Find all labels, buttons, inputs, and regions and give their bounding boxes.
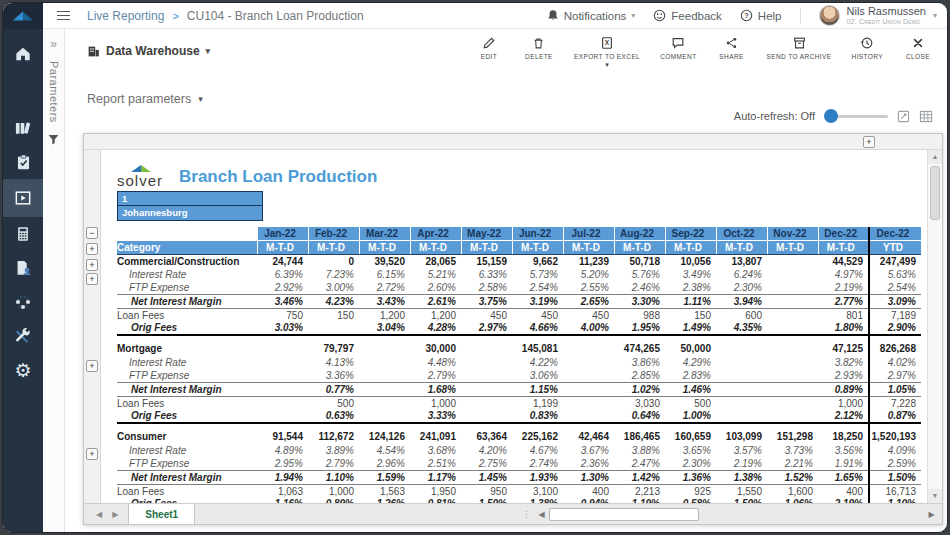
- history-button[interactable]: HISTORY: [852, 36, 883, 60]
- value-cell: 0.89%: [818, 383, 869, 397]
- horizontal-scrollbar[interactable]: ⋮ ◀ ▶: [522, 504, 942, 524]
- month-column-header: Sep-22: [665, 227, 716, 241]
- scrollbar-grip[interactable]: ⋮: [522, 509, 534, 519]
- scroll-up-icon[interactable]: ▲: [928, 150, 942, 164]
- table-row: Commercial/Construction24,744039,52028,0…: [117, 254, 921, 268]
- value-cell: [359, 410, 410, 424]
- value-cell: 79,797: [308, 342, 359, 356]
- open-in-designer-icon[interactable]: [897, 110, 910, 123]
- value-cell: 44,529: [818, 254, 869, 268]
- notifications-button[interactable]: Notifications ▾: [547, 9, 636, 22]
- value-cell: 1,063: [257, 484, 308, 498]
- row-label-cell: Consumer: [117, 430, 257, 444]
- scroll-right-icon[interactable]: ▶: [927, 510, 942, 519]
- sidebar-item-collaboration[interactable]: [3, 251, 43, 285]
- sidebar-item-archive[interactable]: [3, 111, 43, 145]
- value-cell: 4.89%: [257, 444, 308, 458]
- gear-icon: ⚙: [14, 361, 31, 380]
- feedback-button[interactable]: Feedback: [653, 9, 722, 22]
- branch-name-cell: Johannesburg: [118, 206, 262, 220]
- scroll-left-icon[interactable]: ◀: [534, 510, 549, 519]
- close-button[interactable]: CLOSE: [903, 36, 933, 60]
- row-group-expand-button[interactable]: +: [86, 243, 98, 255]
- row-group-expand-button[interactable]: +: [86, 360, 98, 372]
- bell-icon: [547, 9, 559, 22]
- value-cell: 4.22%: [512, 356, 563, 370]
- sidebar-item-tools[interactable]: [3, 319, 43, 353]
- left-sidebar: ⚙: [3, 29, 43, 533]
- sidebar-item-settings[interactable]: ⚙: [3, 353, 43, 387]
- comment-button[interactable]: COMMENT: [660, 36, 696, 60]
- spacer-cell: [869, 335, 921, 342]
- value-cell: 1.80%: [818, 322, 869, 336]
- value-cell: 1,000: [410, 396, 461, 410]
- share-button[interactable]: SHARE: [717, 36, 747, 60]
- value-cell: 400: [563, 484, 614, 498]
- horizontal-scroll-track[interactable]: [699, 508, 927, 521]
- slider-knob[interactable]: [824, 109, 838, 123]
- smiley-icon: [653, 9, 666, 22]
- expand-panel-icon[interactable]: »: [50, 37, 57, 51]
- category-column-header: Category: [117, 241, 257, 255]
- spacer-cell: [869, 423, 921, 430]
- value-cell: [359, 369, 410, 383]
- sheet-nav-right-icon[interactable]: ▶: [112, 510, 118, 519]
- sidebar-item-reporting[interactable]: [3, 179, 43, 217]
- document-user-icon: [13, 258, 33, 278]
- auto-refresh-slider[interactable]: [824, 109, 888, 123]
- value-cell: 2.51%: [410, 457, 461, 471]
- row-group-collapse-button[interactable]: −: [86, 227, 98, 239]
- value-cell: 13,807: [716, 254, 767, 268]
- send-to-archive-button[interactable]: SEND TO ARCHIVE: [767, 36, 832, 60]
- report-parameter-cells: 1 Johannesburg: [117, 191, 263, 221]
- value-cell: 4.66%: [512, 322, 563, 336]
- value-cell: 2.95%: [257, 457, 308, 471]
- value-cell: 50,718: [614, 254, 665, 268]
- archive-box-icon: [792, 36, 807, 50]
- sidebar-item-process[interactable]: [3, 285, 43, 319]
- user-name: Nils Rasmussen: [847, 6, 926, 17]
- value-cell: 1.02%: [614, 383, 665, 397]
- table-row: Interest Rate6.39%7.23%6.15%5.21%6.33%5.…: [117, 268, 921, 282]
- sheet-nav-left-icon[interactable]: ◀: [96, 510, 102, 519]
- horizontal-scroll-thumb[interactable]: [549, 508, 699, 521]
- parameters-rail-label[interactable]: Parameters: [48, 61, 60, 123]
- value-cell: 2.55%: [563, 281, 614, 295]
- row-label-cell: Orig Fees: [117, 322, 257, 336]
- delete-button[interactable]: DELETE: [524, 36, 554, 60]
- value-cell: 3.56%: [818, 444, 869, 458]
- grid-view-icon[interactable]: [919, 110, 933, 123]
- vertical-scroll-thumb[interactable]: [930, 166, 940, 220]
- menu-icon[interactable]: [49, 3, 79, 29]
- value-cell: 11,239: [563, 254, 614, 268]
- scroll-down-icon[interactable]: ▼: [928, 489, 942, 503]
- value-cell: 3.19%: [512, 295, 563, 309]
- value-cell: 241,091: [410, 430, 461, 444]
- data-source-select[interactable]: Data Warehouse ▾: [87, 44, 210, 58]
- report-parameters-toggle[interactable]: Report parameters ▾: [87, 92, 203, 106]
- user-menu[interactable]: Nils Rasmussen 02. Credit Union Demo ▾: [819, 5, 937, 26]
- row-label-cell: Mortgage: [117, 342, 257, 356]
- notifications-label: Notifications: [564, 10, 627, 22]
- value-cell: 3.65%: [665, 444, 716, 458]
- sidebar-item-tasks[interactable]: [3, 145, 43, 179]
- row-group-expand-button[interactable]: +: [86, 273, 98, 285]
- value-cell: 2.74%: [512, 457, 563, 471]
- value-cell: 2.92%: [257, 281, 308, 295]
- svg-text:?: ?: [744, 11, 749, 20]
- sidebar-item-home[interactable]: [3, 37, 43, 71]
- export-to-excel-button[interactable]: X EXPORT TO EXCEL ▾: [574, 36, 640, 67]
- row-group-expand-button[interactable]: +: [86, 259, 98, 271]
- auto-refresh-state: Off: [801, 110, 815, 122]
- column-group-expand-button[interactable]: +: [863, 136, 875, 148]
- row-group-expand-button[interactable]: +: [86, 448, 98, 460]
- sidebar-item-budgeting[interactable]: [3, 217, 43, 251]
- table-row: Loan Fees1,0631,0001,5631,9509503,100400…: [117, 484, 921, 498]
- vertical-scrollbar[interactable]: ▲ ▼: [927, 150, 942, 503]
- filter-funnel-icon[interactable]: [47, 133, 60, 146]
- help-button[interactable]: ? Help: [740, 9, 782, 22]
- breadcrumb-live-reporting[interactable]: Live Reporting: [87, 9, 164, 23]
- sheet-tab[interactable]: Sheet1: [128, 504, 195, 524]
- edit-button[interactable]: EDIT: [474, 36, 504, 60]
- value-cell: 500: [308, 396, 359, 410]
